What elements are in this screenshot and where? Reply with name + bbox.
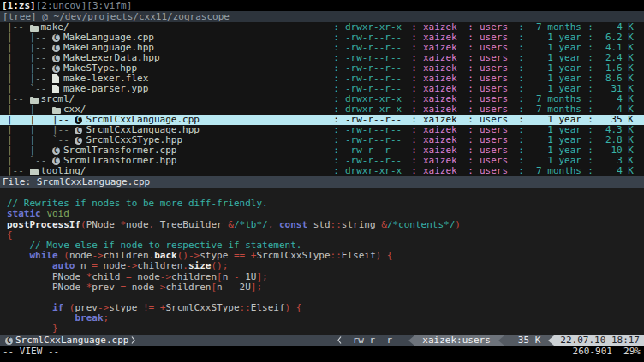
c-lang-icon: C — [52, 34, 63, 42]
folder-icon — [30, 96, 41, 104]
status-datetime: 22.07.10 18:17 — [554, 335, 644, 346]
file-tree: |-- make/ :drwxr-xr-x:xaizek:users:7 mon… — [0, 22, 644, 176]
c-lang-icon: C — [52, 157, 63, 165]
column-separator: : — [405, 166, 423, 176]
folder-icon — [30, 168, 41, 175]
terminal-screen: [1:zs][2:uncov][3:vifm] [tree] @ ~/dev/p… — [0, 0, 644, 362]
tmux-status-bar: [1:zs][2:uncov][3:vifm] — [0, 0, 644, 11]
chevron-right-icon — [130, 335, 136, 345]
tmux-window[interactable]: [1:zs] — [2, 0, 36, 11]
column-separator: : — [581, 166, 599, 176]
file-divider-bar: File: SrcmlCxxLanguage.cpp — [0, 176, 644, 188]
c-lang-icon: C — [52, 45, 63, 52]
c-lang-icon: C — [52, 65, 63, 73]
column-separator: : — [512, 166, 530, 176]
file-permissions: drwxr-xr-x — [345, 166, 405, 176]
c-lang-icon: C — [75, 137, 86, 145]
doc-icon — [52, 74, 63, 83]
ruler: 260-901 29% — [573, 346, 641, 358]
c-lang-icon: C — [52, 55, 63, 62]
powerline-separator-icon — [408, 335, 414, 346]
code-line: // Rewrites if nodes to be more diff-fri… — [7, 199, 644, 209]
tmux-window[interactable]: [3:vifm] — [86, 0, 132, 11]
mode-indicator: -- VIEW -- — [3, 346, 59, 358]
current-path: [tree] @ ~/dev/projects/cxx11/zograscope — [3, 11, 230, 22]
powerline-separator-icon — [498, 335, 504, 346]
c-language-icon: C — [5, 335, 13, 346]
preview-file-label: File: SrcmlCxxLanguage.cpp — [3, 176, 150, 187]
code-line: break; — [7, 313, 644, 323]
status-permissions: -rw-r--r-- — [344, 335, 408, 346]
tree-row[interactable]: |-- tooling/ :drwxr-xr-x:xaizek:users:7 … — [0, 166, 644, 176]
doc-icon — [52, 85, 63, 93]
c-lang-icon: C — [75, 116, 86, 124]
code-line: PNode *prev = node->children[n - 2U]; — [7, 282, 644, 293]
status-filename: SrcmlCxxLanguage.cpp — [15, 335, 128, 346]
command-line-bar: -- VIEW -- 260-901 29% — [0, 346, 644, 358]
file-attributes: :drwxr-xr-x:xaizek:users:7 months:4 K — [327, 166, 634, 176]
c-lang-icon: C — [52, 147, 63, 155]
file-age: 7 months — [530, 166, 581, 176]
chevron-left-icon — [337, 335, 343, 345]
code-line: } — [7, 323, 644, 334]
c-lang-icon: C — [75, 127, 86, 134]
column-separator: : — [327, 166, 345, 176]
status-file-size: 35 K — [504, 335, 549, 346]
file-name: make-parser.ypp — [63, 84, 148, 94]
folder-icon — [52, 106, 63, 114]
column-separator: : — [462, 166, 480, 176]
code-line: postProcessIf(PNode *node, TreeBuilder &… — [7, 220, 644, 230]
powerline-separator-icon — [548, 335, 554, 346]
tree-branch: |-- — [7, 166, 30, 176]
file-owner: xaizek — [423, 166, 462, 176]
status-bar: C SrcmlCxxLanguage.cpp -rw-r--r-- xaizek… — [0, 335, 644, 346]
folder-icon — [30, 24, 41, 32]
file-group: users — [480, 166, 512, 176]
file-name: tooling/ — [41, 166, 86, 176]
code-preview: // Rewrites if nodes to be more diff-fri… — [0, 188, 644, 335]
file-size: 4 K — [599, 166, 634, 176]
tmux-window[interactable]: [2:uncov] — [36, 0, 87, 11]
status-owner: xaizek:users — [414, 335, 498, 346]
